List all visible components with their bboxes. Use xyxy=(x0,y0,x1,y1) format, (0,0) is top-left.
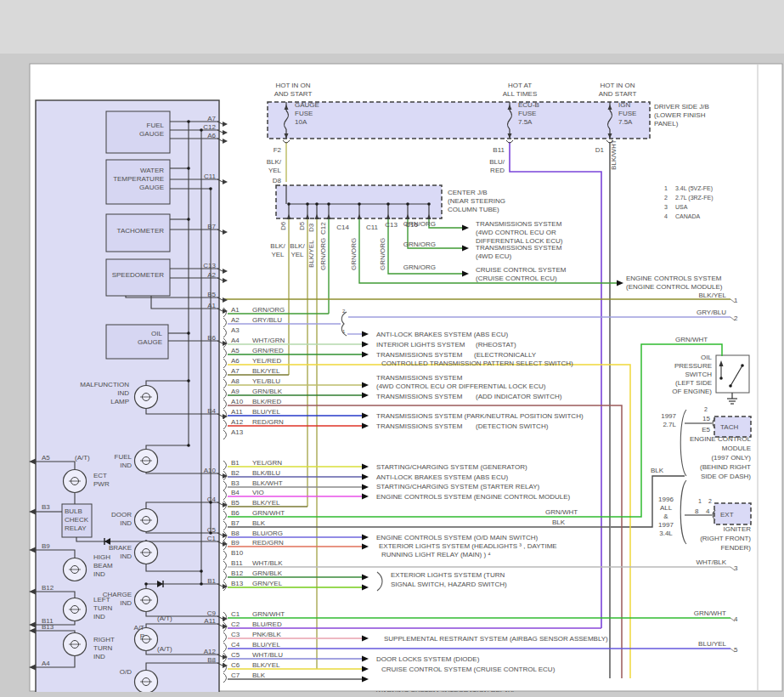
label: USA xyxy=(675,204,688,210)
pin-b7: B7 xyxy=(231,519,240,527)
cluster-pin-b6: B6 xyxy=(207,334,216,342)
label: (A/T) xyxy=(75,454,90,462)
od-ind: O/D xyxy=(120,668,132,676)
wirecolor-b5: BLK/YEL xyxy=(252,499,280,507)
pin-b12: B12 xyxy=(231,570,244,577)
cluster-pin-c12: C12 xyxy=(203,123,216,131)
pin-c4: C4 xyxy=(231,641,240,649)
pin-b1: B1 xyxy=(231,459,240,467)
label: GRN/WHT xyxy=(694,609,726,617)
pin-a11: A11 xyxy=(231,408,243,416)
label: BLK/YEL xyxy=(307,240,315,268)
label: 2 xyxy=(734,314,738,322)
junction-dot xyxy=(427,202,431,206)
wirecolor-b11: WHT/BLK xyxy=(252,559,283,567)
label: GRN/ORG xyxy=(350,238,358,270)
label: BLU/RED xyxy=(489,158,505,174)
hot-in-on-start-1: HOT IN ONAND START xyxy=(274,82,313,98)
wirecolor-c2: BLU/RED xyxy=(252,620,282,628)
label: C11 xyxy=(366,224,379,231)
junction-dot xyxy=(200,128,203,132)
label: GRN/ORG xyxy=(403,220,436,228)
pin-b5: B5 xyxy=(231,499,240,507)
label: BLK xyxy=(651,467,664,474)
label: BLK xyxy=(552,518,566,526)
label: F2 xyxy=(274,146,282,154)
junction-dot xyxy=(406,202,409,206)
wirecolor-c7: BLK xyxy=(252,672,266,679)
label: EXTERIOR LIGHTS SYSTEM (HEADLIGHTS ³ , D… xyxy=(379,542,557,550)
label: EXTERIOR LIGHTS SYSTEM (TURN xyxy=(391,571,505,579)
junction-dot xyxy=(187,120,190,123)
label: A5 xyxy=(42,454,50,462)
tachometer: TACHOMETER xyxy=(117,227,165,235)
junction-dot xyxy=(741,364,744,367)
wirecolor-a10: BLK/RED xyxy=(252,398,281,405)
label: B13 xyxy=(42,623,54,631)
pin-a1: A1 xyxy=(231,306,240,314)
pin-a9: A9 xyxy=(231,388,240,395)
cluster-pin-b4: B4 xyxy=(207,407,216,415)
pin-c2: C2 xyxy=(231,620,240,628)
label: TRANSMISSIONS SYSTEM xyxy=(376,393,463,400)
junction-dot xyxy=(144,582,148,586)
label: 1 xyxy=(698,498,702,504)
label: CONTROLLED TRANSMISSION PATTERN SELECT S… xyxy=(381,360,573,367)
label: (ADD INDICATOR SWITCH) xyxy=(476,393,562,400)
cluster-pin-a12: A12 xyxy=(204,648,217,655)
label: GRN/ORG xyxy=(379,238,386,270)
pin-a5: A5 xyxy=(231,347,240,354)
junction-dot xyxy=(187,444,190,447)
label: CRUISE CONTROL SYSTEM (CRUISE CONTROL EC… xyxy=(381,666,556,673)
junction-dot xyxy=(719,377,723,380)
label: 4 xyxy=(706,507,710,515)
label: 3 xyxy=(734,564,738,572)
label: D6 xyxy=(279,221,287,230)
label: A4 xyxy=(42,660,50,667)
tach-connector: TACH xyxy=(720,423,738,431)
label: TRANSMISSIONS SYSTEM (PARK/NEUTRAL POSIT… xyxy=(376,412,584,420)
label: GRN/WHT xyxy=(675,336,708,343)
label: GRN/ORG xyxy=(403,241,436,248)
junction-dot xyxy=(729,384,732,388)
crop-mask xyxy=(0,692,784,697)
label: D5 xyxy=(298,221,306,230)
wirecolor-c3: PNK/BLK xyxy=(252,631,281,638)
label: D1 xyxy=(595,146,605,154)
pin-c3: C3 xyxy=(231,631,240,638)
wirecolor-a1: GRN/ORG xyxy=(252,306,285,314)
wirecolor-a7: BLK/YEL xyxy=(252,367,280,375)
pin-a6: A6 xyxy=(231,357,240,365)
label: INTERIOR LIGHTS SYSTEM xyxy=(376,341,465,348)
wirecolor-c1: GRN/WHT xyxy=(252,610,285,618)
label: TRANSMISSIONS SYSTEM xyxy=(376,422,463,430)
hot-in-on-start-2: HOT IN ONAND START xyxy=(599,82,637,98)
label: TRANSMISSIONS SYSTEM(4WD CONTROL ECU ORD… xyxy=(476,220,563,245)
wiring-diagram-page: Fig 1: Instrument Cluster Circuit (1 of … xyxy=(0,0,784,697)
label: SUPPLEMENTAL RESTRAINT SYSTEM (AIRBAG SE… xyxy=(384,635,608,643)
label: B9 xyxy=(42,542,50,550)
pin-b11: B11 xyxy=(231,559,243,567)
pin-b8: B8 xyxy=(231,530,240,537)
label: 3.4L (5VZ-FE) xyxy=(675,185,713,192)
title-bg xyxy=(0,0,784,54)
wirecolor-b12: GRN/BLK xyxy=(252,570,283,577)
label: ANTI-LOCK BRAKES SYSTEM (ABS ECU) xyxy=(376,331,508,338)
label: E5 xyxy=(702,426,710,434)
label: TRANSMISSIONS SYSTEM xyxy=(376,374,463,382)
label: ANTI-LOCK BRAKES SYSTEM (ABS ECU) xyxy=(376,473,508,481)
wirecolor-b3: BLK/WHT xyxy=(252,479,283,487)
wirecolor-b13: GRN/YEL xyxy=(252,580,283,587)
junction-dot xyxy=(358,202,361,206)
wirecolor-b8: BLU/ORG xyxy=(252,530,283,537)
label: 4 xyxy=(664,213,668,219)
label: WHT/BLK xyxy=(696,558,726,566)
wirecolor-b9: RED/GRN xyxy=(252,539,284,547)
label: 2.7L (3RZ-FE) xyxy=(675,195,713,201)
wirecolor-a11: BLU/YEL xyxy=(252,408,280,416)
junction-dot xyxy=(187,218,190,221)
pin-b6: B6 xyxy=(231,509,240,517)
label: (RHEOSTAT) xyxy=(476,341,516,348)
cluster-pin-c13: C13 xyxy=(203,262,216,269)
cluster-pin-a11: A11 xyxy=(204,617,216,625)
